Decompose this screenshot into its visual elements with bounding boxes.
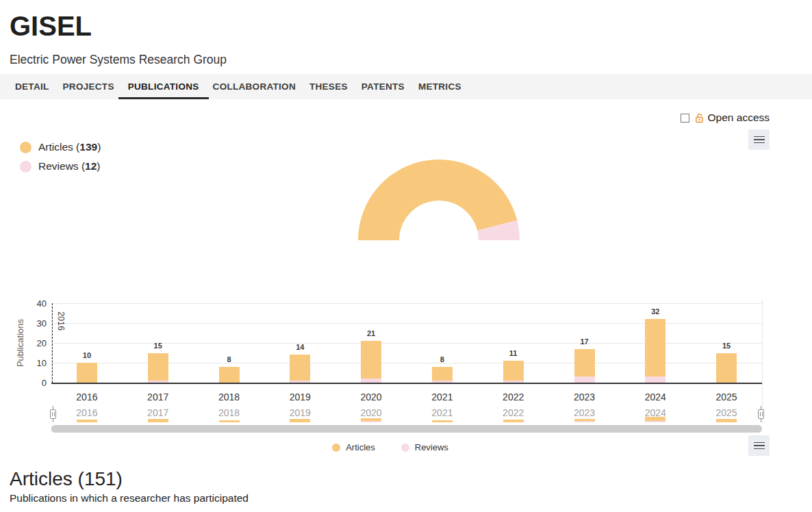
x-axis-label-2018: 2018: [208, 392, 251, 402]
legend-label: Reviews: [415, 442, 448, 452]
legend-item-articles[interactable]: Articles: [332, 442, 375, 452]
open-access-checkbox[interactable]: [681, 114, 689, 123]
legend-item-reviews[interactable]: Reviews: [401, 442, 448, 452]
half-donut-chart: [358, 159, 520, 242]
navigator-label-2020: 2020: [350, 407, 392, 418]
plot-right-border: [762, 299, 763, 423]
bar-articles-2018[interactable]: [219, 367, 240, 383]
navigator-bar-2025[interactable]: [716, 419, 737, 422]
navigator-label-2025: 2025: [705, 407, 748, 418]
chart-context-menu-button-top[interactable]: [748, 129, 770, 150]
tab-collaboration[interactable]: COLLABORATION: [213, 74, 296, 99]
legend-item-articles[interactable]: Articles (139): [20, 138, 101, 157]
navigator-bar-reviews-2024[interactable]: [645, 421, 665, 422]
x-axis-label-2017: 2017: [137, 392, 179, 402]
bar-total-label-2023: 17: [571, 337, 598, 346]
donut-legend: Articles (139)Reviews (12): [20, 138, 101, 176]
x-axis-label-2025: 2025: [705, 392, 748, 402]
tab-detail[interactable]: DETAIL: [15, 74, 49, 99]
x-axis-label-2023: 2023: [563, 392, 606, 402]
bar-articles-2016[interactable]: [77, 363, 97, 383]
bar-total-label-2017: 15: [144, 342, 172, 350]
page: GISEL Electric Power Systems Research Gr…: [0, 0, 812, 512]
tab-publications[interactable]: PUBLICATIONS: [128, 74, 199, 99]
bar-articles-2017[interactable]: [148, 353, 168, 381]
articles-section-title: Articles (151): [10, 468, 123, 490]
bar-reviews-2023[interactable]: [574, 376, 595, 383]
bar-total-label-2019: 14: [286, 343, 314, 351]
navigator-bar-reviews-2020[interactable]: [361, 421, 381, 422]
navigator-handle-left-stub: [53, 419, 53, 422]
x-axis-label-2022: 2022: [492, 392, 535, 402]
bar-reviews-2019[interactable]: [290, 381, 310, 383]
bar-reviews-2017[interactable]: [148, 381, 168, 383]
open-lock-icon: [694, 113, 705, 123]
page-title: GISEL: [10, 11, 92, 42]
bar-total-label-2018: 8: [216, 355, 243, 363]
bar-articles-2019[interactable]: [290, 355, 310, 381]
tab-theses[interactable]: THESES: [309, 74, 348, 99]
open-access-label: Open access: [708, 112, 770, 124]
legend-swatch: [20, 161, 31, 172]
plotline-2016: [52, 303, 53, 383]
bar-reviews-2024[interactable]: [645, 376, 665, 383]
navigator-bar-2022[interactable]: [503, 420, 524, 422]
y-axis-title: Publications: [15, 302, 26, 384]
navigator-bar-2019[interactable]: [290, 419, 310, 422]
tab-metrics[interactable]: METRICS: [418, 74, 461, 99]
navigator-bar-2017[interactable]: [148, 419, 168, 422]
gridline-40: [51, 303, 762, 304]
navigator-bar-2016[interactable]: [77, 420, 97, 422]
navigator-handle-left[interactable]: [50, 409, 56, 419]
bar-articles-2025[interactable]: [716, 353, 737, 383]
chart-context-menu-button-bottom[interactable]: [748, 435, 770, 456]
bar-articles-2021[interactable]: [432, 367, 453, 381]
x-axis-label-2024: 2024: [634, 392, 676, 402]
legend-label: Articles: [346, 442, 375, 452]
bar-total-label-2020: 21: [357, 329, 385, 337]
hamburger-icon: [754, 136, 765, 138]
navigator-label-2018: 2018: [208, 407, 251, 418]
bar-articles-2020[interactable]: [361, 341, 381, 379]
hamburger-icon: [754, 442, 765, 444]
navigator-bar-2018[interactable]: [219, 420, 240, 423]
plotline-label: 2016: [56, 304, 66, 338]
bar-total-label-2022: 11: [500, 349, 527, 357]
open-access-filter[interactable]: Open access: [681, 112, 770, 124]
bar-articles-2023[interactable]: [574, 349, 595, 377]
tab-bar: DETAILPROJECTSPUBLICATIONSCOLLABORATIONT…: [0, 74, 812, 99]
bar-articles-2024[interactable]: [645, 319, 665, 376]
bar-reviews-2020[interactable]: [361, 379, 381, 383]
legend-swatch: [20, 142, 31, 153]
x-axis-line: [51, 383, 762, 384]
bar-reviews-2021[interactable]: [432, 381, 453, 383]
navigator-bar-reviews-2023[interactable]: [574, 421, 595, 422]
x-axis-label-2020: 2020: [350, 392, 392, 402]
legend-label: Articles (139): [38, 141, 101, 153]
legend-label: Reviews (12): [38, 160, 100, 172]
navigator-bar-2021[interactable]: [432, 420, 453, 423]
navigator-label-2023: 2023: [563, 407, 606, 418]
navigator-label-2021: 2021: [421, 407, 464, 418]
bar-total-label-2021: 8: [429, 355, 456, 363]
navigator-handle-right-stub: [761, 419, 761, 422]
legend-swatch: [401, 444, 409, 452]
tab-projects[interactable]: PROJECTS: [63, 74, 114, 99]
articles-section-subtitle: Publications in which a researcher has p…: [10, 492, 249, 504]
legend-item-reviews[interactable]: Reviews (12): [20, 157, 101, 176]
navigator-label-2022: 2022: [492, 407, 535, 418]
bar-total-label-2016: 10: [73, 351, 101, 359]
bar-articles-2022[interactable]: [503, 361, 524, 381]
bar-chart-legend: ArticlesReviews: [0, 442, 781, 452]
navigator-label-2016: 2016: [66, 407, 108, 418]
tab-patents[interactable]: PATENTS: [361, 74, 405, 99]
legend-swatch: [332, 444, 340, 452]
x-axis-label-2021: 2021: [421, 392, 464, 402]
navigator-handle-right[interactable]: [758, 409, 764, 419]
bar-total-label-2024: 32: [642, 307, 669, 316]
page-subtitle: Electric Power Systems Research Group: [10, 53, 227, 67]
bar-total-label-2025: 15: [713, 342, 740, 350]
navigator-scrollbar[interactable]: [51, 425, 762, 433]
navigator-label-2017: 2017: [137, 407, 179, 418]
bar-reviews-2022[interactable]: [503, 381, 524, 383]
